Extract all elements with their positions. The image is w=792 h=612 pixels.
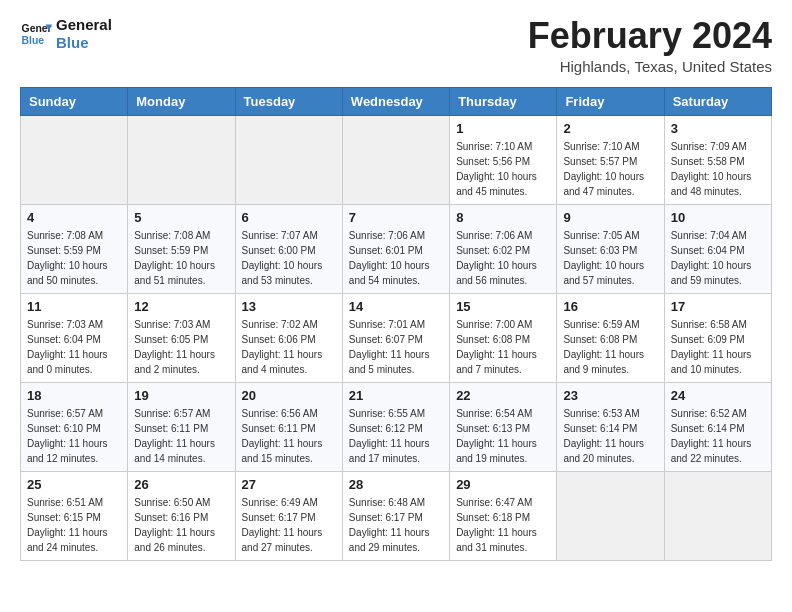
- weekday-header-friday: Friday: [557, 87, 664, 115]
- weekday-header-sunday: Sunday: [21, 87, 128, 115]
- day-info: Sunrise: 7:08 AM Sunset: 5:59 PM Dayligh…: [27, 228, 121, 288]
- calendar-cell: 22Sunrise: 6:54 AM Sunset: 6:13 PM Dayli…: [450, 382, 557, 471]
- calendar-cell: 24Sunrise: 6:52 AM Sunset: 6:14 PM Dayli…: [664, 382, 771, 471]
- day-number: 22: [456, 388, 550, 403]
- day-info: Sunrise: 6:47 AM Sunset: 6:18 PM Dayligh…: [456, 495, 550, 555]
- day-number: 15: [456, 299, 550, 314]
- calendar-cell: 15Sunrise: 7:00 AM Sunset: 6:08 PM Dayli…: [450, 293, 557, 382]
- day-info: Sunrise: 6:57 AM Sunset: 6:11 PM Dayligh…: [134, 406, 228, 466]
- calendar-cell: 7Sunrise: 7:06 AM Sunset: 6:01 PM Daylig…: [342, 204, 449, 293]
- calendar-cell: [235, 115, 342, 204]
- calendar-cell: 18Sunrise: 6:57 AM Sunset: 6:10 PM Dayli…: [21, 382, 128, 471]
- calendar-cell: 9Sunrise: 7:05 AM Sunset: 6:03 PM Daylig…: [557, 204, 664, 293]
- day-number: 24: [671, 388, 765, 403]
- page-header: General Blue General Blue February 2024 …: [20, 16, 772, 75]
- calendar-cell: 26Sunrise: 6:50 AM Sunset: 6:16 PM Dayli…: [128, 471, 235, 560]
- calendar-cell: 12Sunrise: 7:03 AM Sunset: 6:05 PM Dayli…: [128, 293, 235, 382]
- calendar-cell: 10Sunrise: 7:04 AM Sunset: 6:04 PM Dayli…: [664, 204, 771, 293]
- calendar-cell: 11Sunrise: 7:03 AM Sunset: 6:04 PM Dayli…: [21, 293, 128, 382]
- day-info: Sunrise: 7:10 AM Sunset: 5:57 PM Dayligh…: [563, 139, 657, 199]
- calendar-cell: 27Sunrise: 6:49 AM Sunset: 6:17 PM Dayli…: [235, 471, 342, 560]
- week-row-4: 18Sunrise: 6:57 AM Sunset: 6:10 PM Dayli…: [21, 382, 772, 471]
- day-info: Sunrise: 7:01 AM Sunset: 6:07 PM Dayligh…: [349, 317, 443, 377]
- day-number: 27: [242, 477, 336, 492]
- calendar-cell: 8Sunrise: 7:06 AM Sunset: 6:02 PM Daylig…: [450, 204, 557, 293]
- calendar-cell: 21Sunrise: 6:55 AM Sunset: 6:12 PM Dayli…: [342, 382, 449, 471]
- calendar-cell: [342, 115, 449, 204]
- calendar-cell: 1Sunrise: 7:10 AM Sunset: 5:56 PM Daylig…: [450, 115, 557, 204]
- day-number: 3: [671, 121, 765, 136]
- day-number: 9: [563, 210, 657, 225]
- location: Highlands, Texas, United States: [528, 58, 772, 75]
- day-number: 21: [349, 388, 443, 403]
- month-title: February 2024: [528, 16, 772, 56]
- day-info: Sunrise: 7:06 AM Sunset: 6:01 PM Dayligh…: [349, 228, 443, 288]
- logo-text-line2: Blue: [56, 34, 112, 52]
- calendar-cell: 25Sunrise: 6:51 AM Sunset: 6:15 PM Dayli…: [21, 471, 128, 560]
- weekday-header-monday: Monday: [128, 87, 235, 115]
- week-row-1: 1Sunrise: 7:10 AM Sunset: 5:56 PM Daylig…: [21, 115, 772, 204]
- day-number: 2: [563, 121, 657, 136]
- day-number: 14: [349, 299, 443, 314]
- day-number: 23: [563, 388, 657, 403]
- calendar-cell: [664, 471, 771, 560]
- day-number: 5: [134, 210, 228, 225]
- day-info: Sunrise: 7:04 AM Sunset: 6:04 PM Dayligh…: [671, 228, 765, 288]
- day-number: 26: [134, 477, 228, 492]
- day-number: 29: [456, 477, 550, 492]
- day-info: Sunrise: 7:10 AM Sunset: 5:56 PM Dayligh…: [456, 139, 550, 199]
- day-info: Sunrise: 7:07 AM Sunset: 6:00 PM Dayligh…: [242, 228, 336, 288]
- day-number: 10: [671, 210, 765, 225]
- day-info: Sunrise: 7:03 AM Sunset: 6:04 PM Dayligh…: [27, 317, 121, 377]
- calendar-cell: 13Sunrise: 7:02 AM Sunset: 6:06 PM Dayli…: [235, 293, 342, 382]
- day-info: Sunrise: 6:49 AM Sunset: 6:17 PM Dayligh…: [242, 495, 336, 555]
- day-info: Sunrise: 6:55 AM Sunset: 6:12 PM Dayligh…: [349, 406, 443, 466]
- day-number: 8: [456, 210, 550, 225]
- day-info: Sunrise: 6:58 AM Sunset: 6:09 PM Dayligh…: [671, 317, 765, 377]
- day-number: 18: [27, 388, 121, 403]
- calendar-cell: 16Sunrise: 6:59 AM Sunset: 6:08 PM Dayli…: [557, 293, 664, 382]
- day-number: 6: [242, 210, 336, 225]
- day-number: 12: [134, 299, 228, 314]
- day-info: Sunrise: 6:53 AM Sunset: 6:14 PM Dayligh…: [563, 406, 657, 466]
- day-info: Sunrise: 6:57 AM Sunset: 6:10 PM Dayligh…: [27, 406, 121, 466]
- day-number: 4: [27, 210, 121, 225]
- day-info: Sunrise: 6:56 AM Sunset: 6:11 PM Dayligh…: [242, 406, 336, 466]
- day-info: Sunrise: 7:09 AM Sunset: 5:58 PM Dayligh…: [671, 139, 765, 199]
- logo-text-line1: General: [56, 16, 112, 34]
- logo-icon: General Blue: [20, 18, 52, 50]
- day-info: Sunrise: 7:08 AM Sunset: 5:59 PM Dayligh…: [134, 228, 228, 288]
- day-number: 11: [27, 299, 121, 314]
- calendar-cell: 2Sunrise: 7:10 AM Sunset: 5:57 PM Daylig…: [557, 115, 664, 204]
- day-number: 25: [27, 477, 121, 492]
- week-row-5: 25Sunrise: 6:51 AM Sunset: 6:15 PM Dayli…: [21, 471, 772, 560]
- calendar-cell: [128, 115, 235, 204]
- day-info: Sunrise: 7:06 AM Sunset: 6:02 PM Dayligh…: [456, 228, 550, 288]
- calendar-cell: [21, 115, 128, 204]
- day-number: 13: [242, 299, 336, 314]
- day-number: 20: [242, 388, 336, 403]
- day-info: Sunrise: 7:02 AM Sunset: 6:06 PM Dayligh…: [242, 317, 336, 377]
- calendar-cell: 5Sunrise: 7:08 AM Sunset: 5:59 PM Daylig…: [128, 204, 235, 293]
- calendar-cell: 29Sunrise: 6:47 AM Sunset: 6:18 PM Dayli…: [450, 471, 557, 560]
- calendar-cell: 23Sunrise: 6:53 AM Sunset: 6:14 PM Dayli…: [557, 382, 664, 471]
- day-number: 19: [134, 388, 228, 403]
- week-row-3: 11Sunrise: 7:03 AM Sunset: 6:04 PM Dayli…: [21, 293, 772, 382]
- weekday-header-tuesday: Tuesday: [235, 87, 342, 115]
- calendar-cell: 20Sunrise: 6:56 AM Sunset: 6:11 PM Dayli…: [235, 382, 342, 471]
- day-info: Sunrise: 7:00 AM Sunset: 6:08 PM Dayligh…: [456, 317, 550, 377]
- day-info: Sunrise: 6:52 AM Sunset: 6:14 PM Dayligh…: [671, 406, 765, 466]
- weekday-header-wednesday: Wednesday: [342, 87, 449, 115]
- calendar-table: SundayMondayTuesdayWednesdayThursdayFrid…: [20, 87, 772, 561]
- day-info: Sunrise: 6:50 AM Sunset: 6:16 PM Dayligh…: [134, 495, 228, 555]
- day-info: Sunrise: 7:03 AM Sunset: 6:05 PM Dayligh…: [134, 317, 228, 377]
- day-info: Sunrise: 6:59 AM Sunset: 6:08 PM Dayligh…: [563, 317, 657, 377]
- day-info: Sunrise: 6:48 AM Sunset: 6:17 PM Dayligh…: [349, 495, 443, 555]
- calendar-cell: 17Sunrise: 6:58 AM Sunset: 6:09 PM Dayli…: [664, 293, 771, 382]
- day-number: 16: [563, 299, 657, 314]
- day-info: Sunrise: 6:51 AM Sunset: 6:15 PM Dayligh…: [27, 495, 121, 555]
- logo: General Blue General Blue: [20, 16, 112, 52]
- weekday-header-thursday: Thursday: [450, 87, 557, 115]
- calendar-cell: 3Sunrise: 7:09 AM Sunset: 5:58 PM Daylig…: [664, 115, 771, 204]
- calendar-cell: 14Sunrise: 7:01 AM Sunset: 6:07 PM Dayli…: [342, 293, 449, 382]
